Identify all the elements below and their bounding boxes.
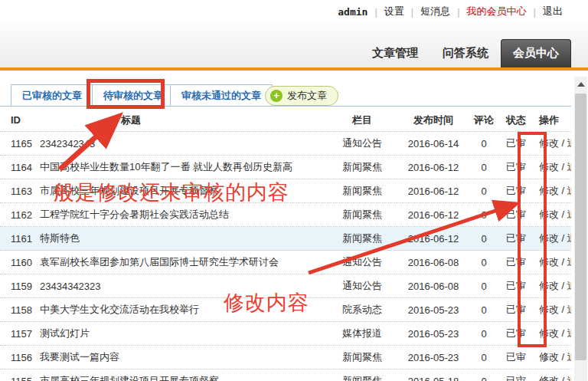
publish-article-label: 发布文章 [287,89,327,103]
article-date: 2016-05-23 [397,352,470,363]
ops-separator: / [559,327,567,339]
article-date: 2016-06-08 [397,281,470,292]
account-bar-link[interactable]: 我的会员中心 [460,5,534,18]
tab-reviewed-articles[interactable]: 已审核的文章 [11,84,93,107]
append-link[interactable]: 追加 [567,137,571,149]
article-comments: 0 [470,209,498,221]
table-row: 1162 工程学院红十字分会暑期社会实践活动总结 新闻聚焦 2016-06-12… [0,203,571,227]
table-row: 1165 2342342343 通知公告 2016-06-14 0 已审 修改 … [0,132,571,156]
article-title[interactable]: 2342342343 [37,138,328,149]
article-category: 通知公告 [328,255,397,269]
annotation-note-pending: 般是修改还未审核的内容 [54,179,289,206]
article-title[interactable]: 测试幻灯片 [37,327,328,340]
col-header-ops: 操作 [534,113,571,127]
account-bar-link[interactable]: 退出 [536,5,570,18]
ops-separator: / [559,185,567,196]
article-date: 2016-05-18 [397,376,470,381]
article-comments: 0 [470,138,498,149]
table-row: 1157 测试幻灯片 媒体报道 2016-05-23 0 已审 修改 / 追加 [0,322,571,346]
article-date: 2016-06-12 [397,233,470,245]
article-title[interactable]: 袁军副校长率团参加第八届国际博士研究生学术研讨会 [37,255,328,269]
publish-article-button[interactable]: + 发布文章 [265,86,338,106]
table-row: 1155 市属高校三年规划建设项目开展专项督察 新闻聚焦 2016-05-18 … [0,370,571,381]
article-id: 1157 [0,328,37,340]
vertical-scrollbar[interactable] [574,77,587,381]
article-comments: 0 [470,233,498,245]
article-date: 2016-05-23 [397,328,470,340]
article-id: 1156 [0,352,37,363]
article-title[interactable]: 工程学院红十字分会暑期社会实践活动总结 [37,208,328,222]
article-title[interactable]: 特斯特色 [37,232,328,245]
site-header: 文章管理问答系统会员中心 [0,23,588,71]
append-link[interactable]: 追加 [567,232,571,244]
edit-link[interactable]: 修改 [539,351,559,363]
article-id: 1159 [0,281,37,292]
account-bar-link[interactable]: 设置 [377,5,411,18]
account-bar-link[interactable]: 短消息 [413,5,457,18]
article-comments: 0 [470,186,498,197]
article-category: 新闻聚焦 [328,232,397,245]
article-title[interactable]: 我要测试一篇内容 [37,350,328,364]
append-link[interactable]: 追加 [567,280,571,291]
table-row: 1164 中国高校毕业生数量10年翻了一番 就业人数再创历史新高 新闻聚焦 20… [0,156,571,179]
scroll-up-button[interactable] [574,77,587,92]
article-date: 2016-06-12 [397,162,470,173]
article-table: ID 标题 栏目 发布时间 评论 状态 操作 1165 2342342343 通… [0,109,571,381]
col-header-title: 标题 [37,113,328,127]
ops-separator: / [559,256,567,268]
append-link[interactable]: 追加 [567,161,571,172]
article-category: 新闻聚焦 [328,350,397,364]
article-category: 新闻聚焦 [328,184,397,198]
plus-circle-icon: + [270,90,283,102]
ops-separator: / [559,375,567,381]
article-id: 1158 [0,304,37,316]
append-link[interactable]: 追加 [567,209,571,220]
col-header-comments: 评论 [470,113,498,127]
edit-link[interactable]: 修改 [539,375,559,381]
table-row: 1161 特斯特色 新闻聚焦 2016-06-12 0 已审 修改 / 追加 [0,227,571,251]
article-title[interactable]: 中国高校毕业生数量10年翻了一番 就业人数再创历史新高 [37,160,328,174]
nav-item[interactable]: 会员中心 [501,39,571,67]
article-comments: 0 [470,281,498,292]
article-comments: 0 [470,352,498,363]
article-category: 院系动态 [328,303,397,317]
article-comments: 0 [470,328,498,340]
nav-item[interactable]: 文章管理 [360,40,430,67]
article-id: 1155 [0,376,37,381]
article-category: 新闻聚焦 [328,160,397,174]
append-link[interactable]: 追加 [567,185,571,196]
article-id: 1163 [0,186,37,197]
article-category: 通知公告 [328,279,397,293]
ops-separator: / [559,351,567,363]
chevron-up-icon [577,82,585,87]
table-row: 1160 袁军副校长率团参加第八届国际博士研究生学术研讨会 通知公告 2016-… [0,251,571,274]
article-date: 2016-06-12 [397,186,470,197]
ops-separator: / [559,304,567,315]
append-link[interactable]: 追加 [567,375,571,381]
append-link[interactable]: 追加 [567,351,571,363]
member-center-page: admin|设置|短消息|我的会员中心|退出 文章管理问答系统会员中心 已审核的… [0,0,588,381]
annotation-box-edit-column [518,132,547,347]
ops-separator: / [559,232,567,244]
append-link[interactable]: 追加 [567,304,571,315]
table-body: 1165 2342342343 通知公告 2016-06-14 0 已审 修改 … [0,132,571,381]
tab-rejected-articles[interactable]: 审核未通过的文章 [170,84,273,107]
article-comments: 0 [470,376,498,381]
article-category: 新闻聚焦 [328,374,397,381]
article-status: 已审 [498,350,534,364]
col-header-category: 栏目 [328,113,397,127]
scrollbar-thumb[interactable] [575,94,586,360]
ops-separator: / [559,137,567,149]
col-header-id: ID [0,114,37,126]
article-category: 新闻聚焦 [328,208,397,222]
nav-item[interactable]: 问答系统 [430,40,501,67]
account-bar: admin|设置|短消息|我的会员中心|退出 [0,0,588,23]
account-bar-link[interactable]: admin [331,6,374,18]
append-link[interactable]: 追加 [567,256,571,268]
article-id: 1164 [0,162,37,173]
article-title[interactable]: 市属高校三年规划建设项目开展专项督察 [37,374,328,381]
article-comments: 0 [470,304,498,316]
table-row: 1156 我要测试一篇内容 新闻聚焦 2016-05-23 0 已审 修改 / … [0,346,571,370]
article-status: 已审 [498,374,534,381]
append-link[interactable]: 追加 [567,327,571,339]
